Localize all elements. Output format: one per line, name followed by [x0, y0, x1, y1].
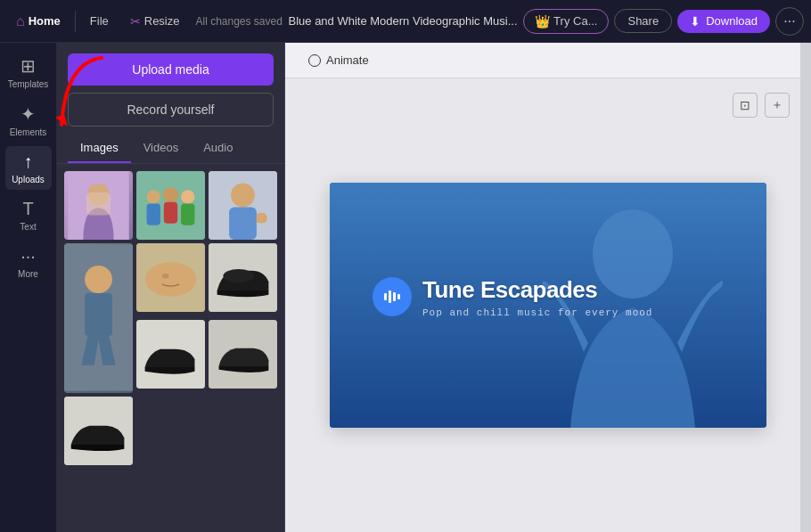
expand-slide-button[interactable]: ⊡ — [733, 93, 758, 118]
topbar: ⌂ Home File ✂ Resize All changes saved B… — [0, 0, 811, 43]
media-grid — [57, 164, 284, 532]
sidebar-item-elements-label: Elements — [10, 127, 47, 137]
sidebar-item-uploads-label: Uploads — [12, 175, 45, 184]
sidebar-item-templates-label: Templates — [8, 79, 49, 89]
list-item[interactable] — [136, 171, 205, 240]
sidebar-item-more[interactable]: ··· More — [5, 241, 52, 284]
crown-icon: 👑 — [535, 14, 550, 29]
media-tabs: Images Videos Audio — [57, 134, 284, 164]
sidebar-item-templates[interactable]: ⊞ Templates — [5, 50, 52, 94]
list-item[interactable] — [136, 320, 205, 389]
animate-label: Animate — [326, 53, 369, 67]
list-item[interactable] — [64, 397, 133, 465]
list-item[interactable] — [209, 171, 277, 240]
sidebar-item-text[interactable]: T Text — [5, 193, 52, 237]
animate-button[interactable]: Animate — [299, 50, 378, 70]
sidebar-item-more-label: More — [18, 269, 38, 279]
main-layout: ⊞ Templates ✦ Elements ↑ Uploads T Text … — [0, 43, 811, 532]
images-tab-label: Images — [80, 141, 119, 154]
svg-point-27 — [380, 284, 405, 309]
canvas-area: Animate ⊡ ＋ — [285, 43, 811, 532]
download-label: Download — [706, 14, 758, 28]
svg-point-18 — [162, 274, 169, 279]
elements-icon: ✦ — [20, 103, 36, 125]
svg-rect-2 — [86, 192, 111, 216]
home-button[interactable]: ⌂ Home — [7, 10, 70, 33]
svg-rect-28 — [384, 293, 387, 300]
expand-icon: ⊡ — [740, 98, 750, 112]
download-icon: ⬇ — [690, 14, 700, 29]
uploads-panel: Upload media Record yourself Images Vide… — [57, 43, 285, 532]
videos-tab-label: Videos — [143, 141, 179, 154]
sidebar-item-uploads[interactable]: ↑ Uploads — [5, 146, 52, 190]
animate-icon — [308, 54, 321, 67]
home-label: Home — [29, 14, 61, 28]
list-item[interactable] — [64, 171, 133, 240]
tab-images[interactable]: Images — [68, 134, 131, 163]
slide-title: Tune Escapades — [422, 275, 652, 303]
resize-button[interactable]: ✂ Resize — [121, 11, 189, 32]
home-icon: ⌂ — [16, 13, 25, 29]
svg-rect-29 — [389, 291, 391, 303]
sidebar-item-text-label: Text — [20, 222, 36, 232]
uploads-header: Upload media Record yourself — [57, 43, 284, 134]
canvas-toolbar: Animate — [285, 43, 811, 78]
svg-rect-30 — [393, 292, 396, 301]
resize-icon: ✂ — [130, 14, 141, 29]
record-label: Record yourself — [127, 102, 214, 117]
share-label: Share — [627, 14, 659, 28]
canvas-content: ⊡ ＋ — [285, 78, 811, 532]
saved-status: All changes saved — [196, 15, 283, 28]
slide-controls: ⊡ ＋ — [733, 93, 790, 118]
slide-container[interactable]: Tune Escapades Pop and chill music for e… — [330, 183, 766, 428]
svg-point-11 — [231, 183, 255, 207]
file-label: File — [90, 14, 109, 28]
more-sidebar-icon: ··· — [20, 246, 36, 266]
slide-text: Tune Escapades Pop and chill music for e… — [422, 275, 652, 317]
try-canva-label: Try Ca... — [553, 14, 597, 28]
more-icon: ··· — [783, 13, 795, 29]
svg-point-14 — [85, 266, 112, 293]
svg-rect-9 — [181, 204, 194, 225]
list-item[interactable] — [136, 243, 205, 312]
slide-subtitle: Pop and chill music for every mood — [422, 307, 652, 317]
doc-title: Blue and White Modern Videographic Musi.… — [286, 14, 520, 28]
record-yourself-button[interactable]: Record yourself — [68, 93, 274, 127]
list-item[interactable] — [64, 243, 133, 393]
file-button[interactable]: File — [81, 11, 118, 31]
scrollbar-right[interactable] — [800, 43, 811, 532]
audio-tab-label: Audio — [203, 141, 233, 154]
svg-point-6 — [181, 190, 194, 203]
upload-media-label: Upload media — [132, 62, 209, 77]
slide-background: Tune Escapades Pop and chill music for e… — [330, 183, 766, 428]
svg-point-5 — [163, 187, 178, 202]
topbar-actions: 👑 Try Ca... Share ⬇ Download ··· — [523, 7, 804, 36]
text-icon: T — [22, 199, 33, 219]
new-slide-button[interactable]: ＋ — [765, 93, 790, 118]
templates-icon: ⊞ — [20, 55, 36, 77]
tab-audio[interactable]: Audio — [191, 134, 245, 163]
slide-logo — [373, 277, 412, 316]
download-button[interactable]: ⬇ Download — [677, 10, 770, 33]
svg-point-17 — [145, 262, 197, 297]
svg-rect-12 — [229, 207, 257, 240]
resize-label: Resize — [144, 14, 180, 28]
svg-rect-31 — [397, 294, 400, 299]
more-options-button[interactable]: ··· — [775, 7, 804, 36]
svg-point-20 — [223, 269, 254, 282]
svg-point-4 — [147, 190, 160, 203]
sidebar-icons: ⊞ Templates ✦ Elements ↑ Uploads T Text … — [0, 43, 57, 532]
svg-rect-7 — [147, 204, 160, 225]
share-button[interactable]: Share — [614, 9, 672, 33]
topbar-divider — [75, 11, 76, 32]
new-icon: ＋ — [771, 97, 783, 113]
tab-videos[interactable]: Videos — [131, 134, 192, 163]
uploads-icon: ↑ — [24, 151, 33, 172]
svg-rect-8 — [164, 202, 177, 224]
upload-media-button[interactable]: Upload media — [68, 53, 274, 86]
try-canva-button[interactable]: 👑 Try Ca... — [523, 9, 609, 34]
list-item[interactable] — [209, 320, 277, 389]
list-item[interactable] — [209, 243, 277, 312]
sidebar-item-elements[interactable]: ✦ Elements — [5, 98, 52, 143]
